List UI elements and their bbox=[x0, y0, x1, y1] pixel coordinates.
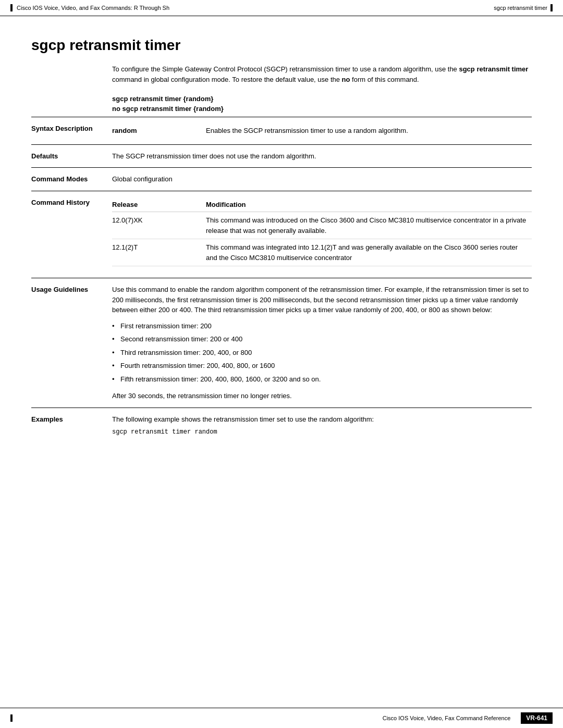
history-table: Release Modification 12.0(7)XKThis comma… bbox=[112, 198, 532, 267]
page-title-section: sgcp retransmit timer bbox=[0, 16, 563, 64]
examples-section: Examples The following example shows the… bbox=[31, 408, 532, 443]
usage-bullet-3: Fourth retransmission timer: 200, 400, 8… bbox=[112, 359, 532, 373]
usage-bullets-list: First retransmission timer: 200Second re… bbox=[112, 319, 532, 386]
defaults-text: The SGCP retransmission timer does not u… bbox=[112, 151, 532, 162]
usage-guidelines-content: Use this command to enable the random al… bbox=[112, 285, 532, 401]
intro-paragraph: To configure the Simple Gateway Control … bbox=[112, 64, 532, 84]
usage-guidelines-label: Usage Guidelines bbox=[31, 285, 112, 401]
intro-bold-command: sgcp retransmit timer bbox=[459, 65, 528, 73]
command-syntax: sgcp retransmit timer {random} no sgcp r… bbox=[112, 95, 532, 113]
top-bar: Cisco IOS Voice, Video, and Fax Commands… bbox=[0, 0, 563, 16]
examples-code: sgcp retransmit timer random bbox=[112, 427, 532, 437]
defaults-section: Defaults The SGCP retransmission timer d… bbox=[31, 144, 532, 168]
intro-text-part3: form of this command. bbox=[350, 76, 419, 83]
page-container: Cisco IOS Voice, Video, and Fax Commands… bbox=[0, 0, 563, 728]
examples-intro: The following example shows the retransm… bbox=[112, 414, 532, 425]
syntax-description-label: Syntax Description bbox=[31, 124, 112, 138]
command-modes-section: Command Modes Global configuration bbox=[31, 167, 532, 191]
bottom-bar-center-text: Cisco IOS Voice, Video, Fax Command Refe… bbox=[383, 715, 511, 721]
top-bar-right-text: sgcp retransmit timer bbox=[494, 5, 547, 11]
history-release-0: 12.0(7)XK bbox=[112, 212, 206, 239]
command-modes-label: Command Modes bbox=[31, 174, 112, 184]
history-release-1: 12.1(2)T bbox=[112, 239, 206, 266]
usage-bullet-4: Fifth retransmission timer: 200, 400, 80… bbox=[112, 373, 532, 386]
history-row-0: 12.0(7)XKThis command was introduced on … bbox=[112, 212, 532, 239]
page-title: sgcp retransmit timer bbox=[31, 37, 532, 54]
page-number-badge: VR-641 bbox=[521, 712, 553, 724]
defaults-label: Defaults bbox=[31, 151, 112, 162]
usage-bullet-1: Second retransmission timer: 200 or 400 bbox=[112, 332, 532, 346]
examples-label: Examples bbox=[31, 414, 112, 437]
syntax-table: random Enables the SGCP retransmission t… bbox=[112, 124, 532, 138]
bottom-bar-left-indicator bbox=[10, 714, 13, 722]
examples-content: The following example shows the retransm… bbox=[112, 414, 532, 437]
command-history-section: Command History Release Modification 12.… bbox=[31, 191, 532, 273]
command-history-content: Release Modification 12.0(7)XKThis comma… bbox=[112, 198, 532, 267]
usage-bullet-0: First retransmission timer: 200 bbox=[112, 319, 532, 333]
usage-bullet-2: Third retransmission timer: 200, 400, or… bbox=[112, 346, 532, 360]
syntax-line2: no sgcp retransmit timer {random} bbox=[112, 105, 532, 113]
top-bar-title: Cisco IOS Voice, Video, and Fax Commands… bbox=[17, 5, 169, 11]
history-modification-0: This command was introduced on the Cisco… bbox=[206, 212, 532, 239]
usage-intro: Use this command to enable the random al… bbox=[112, 285, 532, 315]
history-table-header-row: Release Modification bbox=[112, 198, 532, 212]
history-row-1: 12.1(2)TThis command was integrated into… bbox=[112, 239, 532, 266]
intro-text-part2: command in global configuration mode. To… bbox=[112, 76, 342, 83]
usage-after: After 30 seconds, the retransmission tim… bbox=[112, 391, 532, 401]
history-col-modification: Modification bbox=[206, 198, 532, 212]
usage-guidelines-section: Usage Guidelines Use this command to ena… bbox=[31, 278, 532, 408]
syntax-description-text: Enables the SGCP retransmission timer to… bbox=[206, 124, 532, 138]
bottom-bar: Cisco IOS Voice, Video, Fax Command Refe… bbox=[0, 708, 563, 728]
top-bar-right: sgcp retransmit timer bbox=[494, 4, 553, 11]
command-history-label: Command History bbox=[31, 198, 112, 267]
syntax-table-row: random Enables the SGCP retransmission t… bbox=[112, 124, 532, 138]
top-bar-right-indicator bbox=[550, 4, 553, 11]
syntax-description-section: Syntax Description random Enables the SG… bbox=[31, 117, 532, 144]
command-modes-text: Global configuration bbox=[112, 174, 532, 184]
syntax-description-content: random Enables the SGCP retransmission t… bbox=[112, 124, 532, 138]
main-content: To configure the Simple Gateway Control … bbox=[0, 64, 563, 443]
history-modification-1: This command was integrated into 12.1(2)… bbox=[206, 239, 532, 266]
intro-text-part1: To configure the Simple Gateway Control … bbox=[112, 65, 459, 73]
history-col-release: Release bbox=[112, 198, 206, 212]
intro-bold-no: no bbox=[342, 76, 350, 83]
syntax-line1: sgcp retransmit timer {random} bbox=[112, 95, 532, 103]
top-bar-left-indicator bbox=[10, 4, 13, 11]
syntax-keyword: random bbox=[112, 124, 206, 138]
